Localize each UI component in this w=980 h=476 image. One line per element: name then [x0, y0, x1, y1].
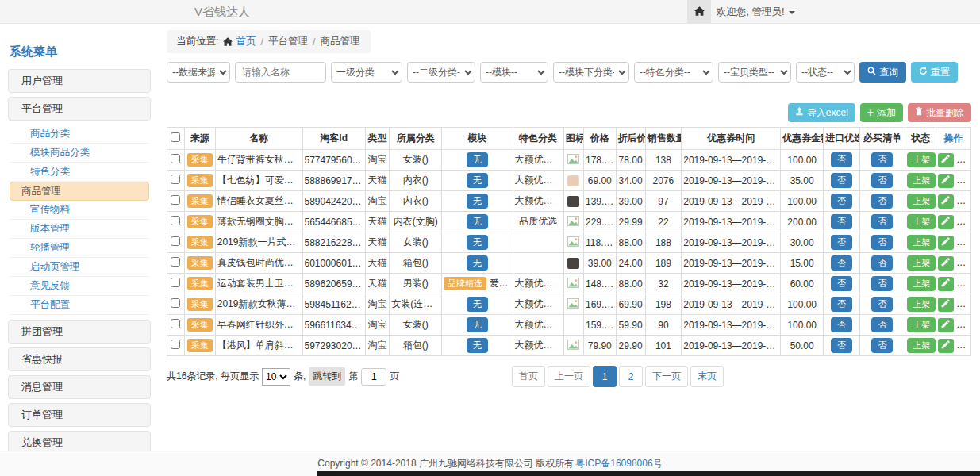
- delete-button[interactable]: [956, 318, 970, 332]
- home-button[interactable]: [687, 0, 711, 24]
- batch-delete-button[interactable]: 批量删除: [908, 103, 971, 122]
- edit-button[interactable]: [938, 339, 954, 353]
- row-checkbox[interactable]: [171, 236, 180, 246]
- import-select-toggle[interactable]: 否: [831, 255, 852, 271]
- edit-button[interactable]: [938, 298, 954, 312]
- delete-button[interactable]: [956, 277, 970, 291]
- filter-select-3[interactable]: --二级分类--: [407, 62, 475, 83]
- delete-button[interactable]: [956, 236, 970, 250]
- module-none-badge[interactable]: 无: [467, 152, 488, 167]
- row-checkbox[interactable]: [171, 319, 180, 328]
- sidebar-section-省惠快报[interactable]: 省惠快报: [8, 347, 151, 371]
- sidebar-item-商品分类[interactable]: 商品分类: [10, 125, 149, 144]
- jump-page-input[interactable]: [361, 368, 386, 386]
- must-buy-toggle[interactable]: 否: [871, 173, 893, 188]
- delete-button[interactable]: [956, 256, 970, 271]
- edit-button[interactable]: [938, 256, 954, 271]
- page-button-末页[interactable]: 末页: [690, 366, 724, 387]
- status-badge[interactable]: 上架: [907, 276, 936, 291]
- status-badge[interactable]: 上架: [907, 338, 936, 353]
- status-badge[interactable]: 上架: [907, 235, 936, 250]
- must-buy-toggle[interactable]: 否: [871, 338, 893, 353]
- import-select-toggle[interactable]: 否: [831, 214, 852, 229]
- breadcrumb-home-link[interactable]: 首页: [236, 35, 256, 48]
- row-checkbox[interactable]: [171, 195, 180, 205]
- sidebar-item-轮播管理[interactable]: 轮播管理: [10, 239, 149, 258]
- import-select-toggle[interactable]: 否: [831, 338, 852, 353]
- sidebar-item-启动页管理[interactable]: 启动页管理: [10, 258, 149, 277]
- sidebar-item-特色分类[interactable]: 特色分类: [10, 163, 149, 182]
- page-button-下一页[interactable]: 下一页: [645, 366, 688, 387]
- delete-button[interactable]: [956, 298, 970, 312]
- edit-button[interactable]: [938, 153, 954, 167]
- row-checkbox[interactable]: [171, 257, 180, 267]
- status-badge[interactable]: 上架: [907, 194, 936, 209]
- row-checkbox[interactable]: [171, 340, 180, 349]
- status-badge[interactable]: 上架: [907, 297, 936, 312]
- delete-button[interactable]: [956, 339, 970, 353]
- filter-select-0[interactable]: --数据来源--: [167, 62, 230, 83]
- sidebar-item-意见反馈[interactable]: 意见反馈: [10, 277, 149, 296]
- sidebar-item-平台配置[interactable]: 平台配置: [10, 296, 149, 315]
- page-button-首页[interactable]: 首页: [512, 366, 545, 387]
- filter-select-7[interactable]: --宝贝类型--: [718, 62, 791, 83]
- delete-button[interactable]: [956, 174, 970, 188]
- must-buy-toggle[interactable]: 否: [871, 255, 893, 271]
- edit-button[interactable]: [938, 194, 954, 209]
- module-none-badge[interactable]: 无: [467, 317, 488, 332]
- must-buy-toggle[interactable]: 否: [871, 276, 893, 291]
- sidebar-section-0[interactable]: 用户管理: [8, 69, 151, 93]
- sidebar-section-订单管理[interactable]: 订单管理: [8, 403, 151, 427]
- module-brand-badge[interactable]: 品牌精选: [444, 277, 486, 290]
- page-button-1[interactable]: 1: [593, 366, 617, 387]
- import-select-toggle[interactable]: 否: [831, 276, 852, 291]
- delete-button[interactable]: [956, 153, 970, 167]
- module-none-badge[interactable]: 无: [467, 194, 488, 209]
- module-none-badge[interactable]: 无: [467, 235, 488, 250]
- row-checkbox[interactable]: [171, 278, 180, 287]
- page-button-上一页[interactable]: 上一页: [548, 366, 590, 387]
- module-none-badge[interactable]: 无: [467, 338, 488, 353]
- module-none-badge[interactable]: 无: [467, 255, 488, 271]
- import-excel-button[interactable]: 导入excel: [788, 103, 855, 122]
- import-select-toggle[interactable]: 否: [831, 173, 852, 188]
- sidebar-item-宣传物料[interactable]: 宣传物料: [10, 201, 149, 220]
- filter-select-6[interactable]: --特色分类--: [634, 62, 713, 83]
- filter-select-5[interactable]: --模块下分类--: [553, 62, 629, 83]
- delete-button[interactable]: [956, 194, 970, 209]
- edit-button[interactable]: [938, 174, 954, 188]
- edit-button[interactable]: [938, 215, 954, 229]
- sidebar-section-1[interactable]: 平台管理: [8, 97, 151, 121]
- sidebar-section-拼团管理[interactable]: 拼团管理: [8, 320, 151, 344]
- must-buy-toggle[interactable]: 否: [871, 317, 893, 332]
- add-button[interactable]: + 添加: [860, 103, 903, 122]
- status-badge[interactable]: 上架: [907, 214, 936, 229]
- user-menu[interactable]: 欢迎您, 管理员!: [717, 0, 795, 24]
- sidebar-item-版本管理[interactable]: 版本管理: [10, 220, 149, 239]
- sidebar-item-商品管理[interactable]: 商品管理: [10, 182, 149, 201]
- status-badge[interactable]: 上架: [907, 255, 936, 271]
- row-checkbox[interactable]: [171, 175, 180, 184]
- status-badge[interactable]: 上架: [907, 173, 936, 188]
- must-buy-toggle[interactable]: 否: [871, 214, 893, 229]
- module-none-badge[interactable]: 无: [467, 297, 488, 312]
- search-input[interactable]: [235, 62, 326, 83]
- icp-link[interactable]: 粤ICP备16098006号: [575, 457, 662, 470]
- reset-button[interactable]: 重置: [911, 62, 958, 83]
- row-checkbox[interactable]: [171, 298, 180, 308]
- import-select-toggle[interactable]: 否: [831, 235, 852, 250]
- must-buy-toggle[interactable]: 否: [871, 194, 893, 209]
- query-button[interactable]: 查询: [859, 62, 906, 83]
- must-buy-toggle[interactable]: 否: [871, 297, 893, 312]
- import-select-toggle[interactable]: 否: [831, 194, 852, 209]
- filter-select-4[interactable]: --模块--: [480, 62, 548, 83]
- delete-button[interactable]: [956, 215, 970, 229]
- jump-button[interactable]: 跳转到: [309, 367, 345, 386]
- filter-select-8[interactable]: --状态--: [796, 62, 855, 83]
- row-checkbox[interactable]: [171, 216, 180, 225]
- filter-select-2[interactable]: 一级分类: [331, 62, 402, 83]
- sidebar-section-消息管理[interactable]: 消息管理: [8, 375, 151, 399]
- import-select-toggle[interactable]: 否: [831, 317, 852, 332]
- edit-button[interactable]: [938, 277, 954, 291]
- module-none-badge[interactable]: 无: [467, 173, 488, 188]
